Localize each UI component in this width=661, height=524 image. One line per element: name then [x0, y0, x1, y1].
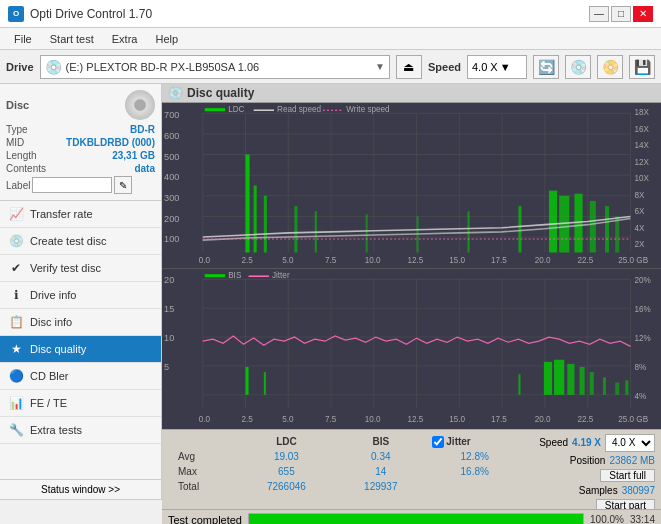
- type-label: Type: [6, 124, 28, 135]
- start-full-button[interactable]: Start full: [600, 469, 655, 482]
- speed-stat-value: 4.19 X: [572, 437, 601, 448]
- close-button[interactable]: ✕: [633, 6, 653, 22]
- svg-text:500: 500: [164, 152, 179, 162]
- label-label: Label: [6, 180, 30, 191]
- svg-text:20.0: 20.0: [535, 256, 551, 265]
- verify-test-disc-icon: ✔: [8, 260, 24, 276]
- fe-te-icon: 📊: [8, 395, 24, 411]
- sidebar-item-disc-quality[interactable]: ★ Disc quality: [0, 336, 161, 363]
- svg-text:10.0: 10.0: [365, 256, 381, 265]
- label-input[interactable]: [32, 177, 112, 193]
- sidebar: Disc Type BD-R MID TDKBLDRBD (000) Lengt…: [0, 84, 162, 500]
- drive-value: (E:) PLEXTOR BD-R PX-LB950SA 1.06: [66, 61, 372, 73]
- svg-rect-31: [590, 201, 596, 253]
- svg-text:LDC: LDC: [228, 105, 244, 114]
- svg-text:7.5: 7.5: [325, 256, 337, 265]
- total-ldc: 7266046: [238, 480, 336, 493]
- max-row-label: Max: [172, 465, 236, 478]
- panel-header: 💿 Disc quality: [162, 84, 661, 103]
- length-value: 23,31 GB: [112, 150, 155, 161]
- sidebar-item-cd-bler[interactable]: 🔵 CD Bler: [0, 363, 161, 390]
- status-window-button[interactable]: Status window >>: [0, 479, 161, 500]
- svg-text:15.0: 15.0: [449, 415, 465, 424]
- drive-bar: Drive 💿 (E:) PLEXTOR BD-R PX-LB950SA 1.0…: [0, 50, 661, 84]
- cd-button[interactable]: 📀: [597, 55, 623, 79]
- panel-icon: 💿: [168, 86, 183, 100]
- svg-rect-0: [162, 103, 661, 268]
- speed-value: 4.0 X: [472, 61, 498, 73]
- svg-text:17.5: 17.5: [491, 256, 507, 265]
- menu-file[interactable]: File: [6, 31, 40, 47]
- disc-info-icon: 📋: [8, 314, 24, 330]
- svg-text:22.5: 22.5: [577, 256, 593, 265]
- sidebar-item-transfer-rate[interactable]: 📈 Transfer rate: [0, 201, 161, 228]
- refresh-button[interactable]: 🔄: [533, 55, 559, 79]
- speed-stat-select[interactable]: 4.0 X 2.0 X 1.0 X: [605, 434, 655, 452]
- svg-text:15: 15: [164, 304, 174, 314]
- svg-text:10: 10: [164, 333, 174, 343]
- progress-bar-area: Test completed 100.0% 33:14: [162, 509, 661, 524]
- cd-bler-icon: 🔵: [8, 368, 24, 384]
- max-ldc: 655: [238, 465, 336, 478]
- eject-button[interactable]: ⏏: [396, 55, 422, 79]
- disc-quality-label: Disc quality: [30, 343, 86, 355]
- menu-bar: File Start test Extra Help: [0, 28, 661, 50]
- type-row: Type BD-R: [6, 124, 155, 135]
- svg-rect-24: [366, 214, 368, 252]
- max-jitter: 16.8%: [426, 465, 523, 478]
- mid-label: MID: [6, 137, 24, 148]
- svg-text:10X: 10X: [635, 174, 650, 183]
- drive-icon: 💿: [45, 59, 62, 75]
- menu-extra[interactable]: Extra: [104, 31, 146, 47]
- panel-title: Disc quality: [187, 86, 254, 100]
- total-bis: 129937: [337, 480, 424, 493]
- progress-percent: 100.0%: [590, 514, 624, 524]
- jitter-checkbox[interactable]: [432, 436, 444, 448]
- svg-text:7.5: 7.5: [325, 415, 337, 424]
- save-button[interactable]: 💾: [629, 55, 655, 79]
- cd-bler-label: CD Bler: [30, 370, 69, 382]
- transfer-rate-label: Transfer rate: [30, 208, 93, 220]
- svg-rect-22: [294, 206, 297, 252]
- mid-value: TDKBLDRBD (000): [66, 137, 155, 148]
- svg-text:8X: 8X: [635, 191, 645, 200]
- svg-rect-88: [554, 360, 564, 395]
- svg-text:15.0: 15.0: [449, 256, 465, 265]
- svg-rect-27: [518, 206, 521, 252]
- svg-text:0.0: 0.0: [199, 256, 211, 265]
- drive-info-icon: ℹ: [8, 287, 24, 303]
- sidebar-item-drive-info[interactable]: ℹ Drive info: [0, 282, 161, 309]
- svg-text:16%: 16%: [635, 305, 651, 314]
- chart-ldc: 700 600 500 400 300 200 100 18X 16X 14X …: [162, 103, 661, 269]
- disc-section-title: Disc: [6, 99, 29, 111]
- sidebar-item-verify-test-disc[interactable]: ✔ Verify test disc: [0, 255, 161, 282]
- col-ldc-header: LDC: [238, 436, 336, 448]
- label-edit-button[interactable]: ✎: [114, 176, 132, 194]
- sidebar-item-create-test-disc[interactable]: 💿 Create test disc: [0, 228, 161, 255]
- jitter-check: Jitter: [432, 436, 517, 448]
- nav-list: 📈 Transfer rate 💿 Create test disc ✔ Ver…: [0, 201, 161, 479]
- sidebar-item-fe-te[interactable]: 📊 FE / TE: [0, 390, 161, 417]
- svg-text:5.0: 5.0: [282, 415, 294, 424]
- sidebar-item-extra-tests[interactable]: 🔧 Extra tests: [0, 417, 161, 444]
- length-label: Length: [6, 150, 37, 161]
- main-layout: Disc Type BD-R MID TDKBLDRBD (000) Lengt…: [0, 84, 661, 500]
- speed-selector[interactable]: 4.0 X ▼: [467, 55, 527, 79]
- svg-rect-33: [615, 216, 619, 252]
- maximize-button[interactable]: □: [611, 6, 631, 22]
- samples-row: Samples 380997: [579, 485, 655, 496]
- menu-start-test[interactable]: Start test: [42, 31, 102, 47]
- minimize-button[interactable]: —: [589, 6, 609, 22]
- svg-rect-20: [254, 185, 257, 252]
- drive-selector[interactable]: 💿 (E:) PLEXTOR BD-R PX-LB950SA 1.06 ▼: [40, 55, 390, 79]
- progress-track: [248, 513, 584, 524]
- svg-rect-94: [625, 380, 628, 394]
- sidebar-item-disc-info[interactable]: 📋 Disc info: [0, 309, 161, 336]
- svg-rect-92: [603, 377, 606, 395]
- title-bar: O Opti Drive Control 1.70 — □ ✕: [0, 0, 661, 28]
- max-bis: 14: [337, 465, 424, 478]
- menu-help[interactable]: Help: [147, 31, 186, 47]
- label-row: Label ✎: [6, 176, 155, 194]
- position-value: 23862 MB: [609, 455, 655, 466]
- disc-button[interactable]: 💿: [565, 55, 591, 79]
